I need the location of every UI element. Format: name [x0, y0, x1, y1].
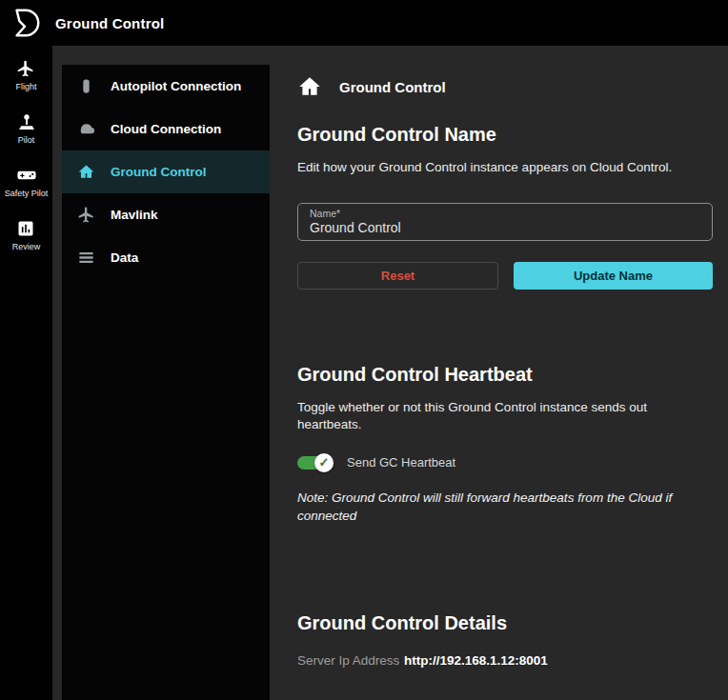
settings-sidebar: Autopilot Connection Cloud Connection Gr…	[62, 65, 270, 700]
sidebar-item-data[interactable]: Data	[62, 236, 270, 279]
sidebar-item-label: Cloud Connection	[111, 122, 221, 136]
heartbeat-toggle-label: Send GC Heartbeat	[347, 455, 455, 470]
main-panel: Ground Control Ground Control Name Edit …	[276, 46, 728, 700]
sidebar-item-cloud-connection[interactable]: Cloud Connection	[62, 108, 270, 150]
app-logo-icon	[10, 7, 42, 39]
heartbeat-section-description: Toggle whether or not this Ground Contro…	[297, 399, 713, 433]
cloud-icon	[77, 120, 95, 138]
details-section-title: Ground Control Details	[297, 612, 713, 634]
check-icon: ✓	[319, 456, 330, 469]
home-icon	[77, 163, 95, 181]
heartbeat-section-title: Ground Control Heartbeat	[297, 364, 713, 386]
rail-item-review[interactable]: Review	[12, 219, 41, 251]
update-name-button[interactable]: Update Name	[514, 262, 713, 290]
list-icon	[77, 249, 95, 267]
rail-label: Review	[12, 242, 41, 251]
heartbeat-toggle-row: ✓ Send GC Heartbeat	[297, 453, 713, 472]
plane-icon	[77, 206, 95, 224]
rail-label: Safety Pilot	[5, 189, 49, 198]
heartbeat-toggle[interactable]: ✓	[297, 453, 334, 472]
app-title: Ground Control	[55, 15, 164, 31]
rail-label: Flight	[15, 82, 36, 91]
autopilot-icon	[77, 77, 95, 95]
sidebar-item-label: Autopilot Connection	[111, 79, 241, 93]
name-field: Name*	[297, 203, 713, 241]
detail-value: http://192.168.1.12:8001	[404, 653, 548, 668]
top-bar: Ground Control	[0, 0, 728, 46]
home-icon	[297, 74, 322, 99]
gamepad-icon	[17, 166, 36, 185]
sidebar-item-mavlink[interactable]: Mavlink	[62, 193, 270, 236]
toggle-thumb: ✓	[314, 453, 334, 472]
left-rail: Flight Pilot Safety Pilot Review	[0, 46, 52, 700]
analytics-icon	[16, 219, 35, 238]
sidebar-item-autopilot-connection[interactable]: Autopilot Connection	[62, 65, 270, 108]
page-title: Ground Control	[339, 79, 446, 95]
rail-item-safety-pilot[interactable]: Safety Pilot	[5, 166, 49, 198]
sidebar-item-label: Ground Control	[111, 165, 206, 179]
reset-button[interactable]: Reset	[297, 262, 498, 290]
rail-item-pilot[interactable]: Pilot	[17, 112, 36, 145]
sidebar-item-label: Data	[111, 250, 138, 265]
name-input[interactable]	[310, 220, 692, 235]
sidebar-item-ground-control[interactable]: Ground Control	[62, 150, 270, 193]
name-actions: Reset Update Name	[297, 262, 713, 290]
sidebar-item-label: Mavlink	[111, 208, 158, 222]
page-header: Ground Control	[297, 74, 713, 99]
heartbeat-note: Note: Ground Control will still forward …	[297, 490, 713, 526]
rail-label: Pilot	[18, 135, 35, 145]
plane-icon	[16, 59, 35, 78]
name-section-description: Edit how your Ground Control instance ap…	[297, 159, 713, 176]
name-section-title: Ground Control Name	[297, 124, 713, 146]
rail-item-flight[interactable]: Flight	[15, 59, 36, 91]
joystick-icon	[17, 112, 36, 131]
detail-label: Server Ip Address	[297, 653, 404, 668]
detail-row-server-ip: Server Ip Address http://192.168.1.12:80…	[297, 653, 713, 668]
name-field-label: Name*	[310, 208, 712, 219]
